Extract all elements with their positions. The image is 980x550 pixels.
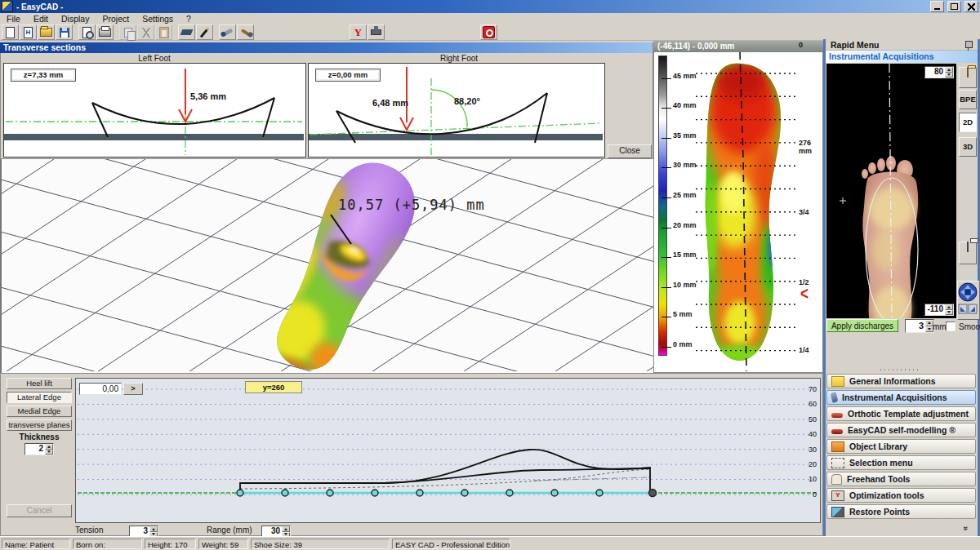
close-sections-button[interactable]: Close: [608, 144, 652, 158]
foot-measure-icon: [354, 27, 362, 38]
toolbar-button[interactable]: [119, 24, 136, 40]
pressure-heatmap[interactable]: [686, 52, 804, 371]
rapid-menu-item[interactable]: Selection menu: [826, 455, 976, 470]
control-point[interactable]: [649, 490, 657, 497]
toolbar-button[interactable]: [38, 24, 55, 40]
tension-label: Tension: [75, 526, 103, 534]
scroll-more-icon[interactable]: »: [961, 526, 970, 531]
level-marker-arrow[interactable]: <: [800, 286, 808, 303]
control-point[interactable]: [327, 490, 333, 496]
print-map-button[interactable]: [959, 242, 977, 264]
forward-button[interactable]: >: [123, 383, 143, 395]
offset-spinner[interactable]: -110: [924, 304, 954, 316]
menu-item[interactable]: Project: [96, 14, 136, 24]
menu-item[interactable]: Display: [55, 14, 96, 24]
control-point[interactable]: [372, 490, 378, 496]
toolbar-button[interactable]: [480, 24, 497, 40]
restore-button[interactable]: [947, 1, 961, 12]
menu-item[interactable]: ?: [180, 14, 198, 24]
control-point[interactable]: [282, 490, 288, 496]
smoothing-checkbox[interactable]: [946, 322, 956, 331]
menu-item[interactable]: Edit: [27, 14, 55, 24]
toolbar-button[interactable]: [196, 24, 213, 40]
axis-tick: 10: [799, 472, 817, 486]
profile-curves: [76, 379, 820, 522]
edge-button[interactable]: transverse planes: [7, 419, 72, 431]
toolbar-button[interactable]: [178, 24, 195, 40]
rapid-menu-item[interactable]: Instrumental Acquisitions: [826, 390, 976, 405]
left-foot-section[interactable]: z=7,33 mm 5,36 mm: [3, 63, 306, 157]
rapid-menu-item[interactable]: Optimization tools: [826, 488, 976, 503]
cancel-button[interactable]: Cancel: [7, 504, 72, 517]
control-point[interactable]: [237, 490, 243, 496]
cut-icon: [141, 28, 151, 38]
foot-scan-view[interactable]: 80 -110: [826, 64, 956, 318]
edge-button[interactable]: Lateral Edge: [7, 392, 72, 403]
thickness-label: Thickness: [7, 432, 72, 441]
rapid-menu-item[interactable]: EasyCAD self-modelling ®: [826, 423, 976, 437]
toolbar-button[interactable]: [155, 24, 172, 40]
toolbar-button[interactable]: [237, 24, 254, 40]
mode-button[interactable]: 2D: [959, 113, 977, 132]
status-field: Name: Patient Name: [2, 539, 70, 549]
menu-drag-handle[interactable]: [879, 368, 921, 371]
spin-down-icon[interactable]: [945, 310, 953, 316]
toolbar-button[interactable]: [2, 24, 19, 40]
toolbar-button[interactable]: [219, 24, 236, 40]
toolbar-button[interactable]: [368, 24, 385, 40]
control-point[interactable]: [551, 490, 558, 496]
mode-button[interactable]: BPE: [959, 90, 977, 109]
left-z-value: z=7,33 mm: [11, 69, 76, 82]
toolbar-button[interactable]: [78, 24, 96, 40]
library-icon: [831, 441, 844, 452]
edge-button[interactable]: Medial Edge: [7, 406, 72, 417]
3d-view[interactable]: 10,57 (+5,94) mm: [0, 159, 657, 373]
control-point[interactable]: [416, 490, 423, 496]
toolbar-button[interactable]: [20, 24, 37, 40]
toolbar-button[interactable]: [96, 24, 114, 40]
mode-button[interactable]: 3D: [959, 137, 977, 157]
offset-input[interactable]: 0,00: [79, 383, 122, 395]
rapid-menu-item[interactable]: Freehand Tools: [826, 472, 976, 486]
discharge-spinner[interactable]: 3: [905, 319, 934, 333]
rapid-menu-list: General Informations Instrumental Acquis…: [826, 374, 976, 521]
toolbar-button[interactable]: [137, 24, 154, 40]
rotation-spinner[interactable]: 80: [924, 66, 954, 78]
pin-icon[interactable]: [965, 41, 973, 48]
power-icon: [483, 26, 495, 38]
toolbar: [0, 24, 980, 41]
print-icon: [99, 29, 111, 37]
open-folder-icon: [967, 67, 969, 78]
toolbar-button[interactable]: [56, 24, 73, 40]
pan-navigator[interactable]: [957, 281, 980, 320]
smoothing-label: Smoothing: [959, 322, 980, 331]
control-point[interactable]: [506, 490, 513, 496]
rapid-menu-header: Rapid Menu: [826, 39, 978, 51]
right-angle-value: 88,20°: [454, 96, 480, 106]
rapid-menu-item[interactable]: General Informations: [826, 374, 976, 388]
control-point[interactable]: [596, 490, 603, 496]
spin-down-icon[interactable]: [945, 73, 953, 78]
menu-item[interactable]: Settings: [136, 14, 180, 24]
paste-icon: [159, 27, 169, 38]
open-acquisition-button[interactable]: [959, 67, 977, 88]
right-drop-value: 6,48 mm: [372, 98, 408, 108]
toolbar-separator: [385, 25, 480, 39]
rapid-menu-item[interactable]: Object Library: [826, 439, 976, 454]
spin-down-icon[interactable]: [45, 450, 53, 455]
apply-discharges-button[interactable]: Apply discharges: [826, 319, 898, 332]
status-field: Born on: 19/12/1981: [73, 539, 142, 549]
window-title: - EasyCAD -: [16, 2, 927, 11]
control-point[interactable]: [461, 490, 468, 496]
minimize-button[interactable]: [930, 1, 944, 12]
rapid-menu-item[interactable]: Orthotic Template adjustment: [826, 406, 976, 421]
thickness-spinner[interactable]: 2: [24, 443, 54, 455]
edge-button[interactable]: Heel lift: [7, 378, 72, 389]
profile-plot[interactable]: 0,00 >: [75, 378, 821, 523]
right-foot-section[interactable]: z=0,00 mm 6,48 mm 88,20°: [308, 63, 605, 157]
close-button[interactable]: [964, 1, 978, 12]
toolbar-button[interactable]: [350, 24, 367, 40]
axis-tick: 30: [799, 442, 817, 457]
rapid-menu-item[interactable]: Restore Points: [826, 504, 976, 519]
menu-item[interactable]: File: [0, 14, 27, 24]
